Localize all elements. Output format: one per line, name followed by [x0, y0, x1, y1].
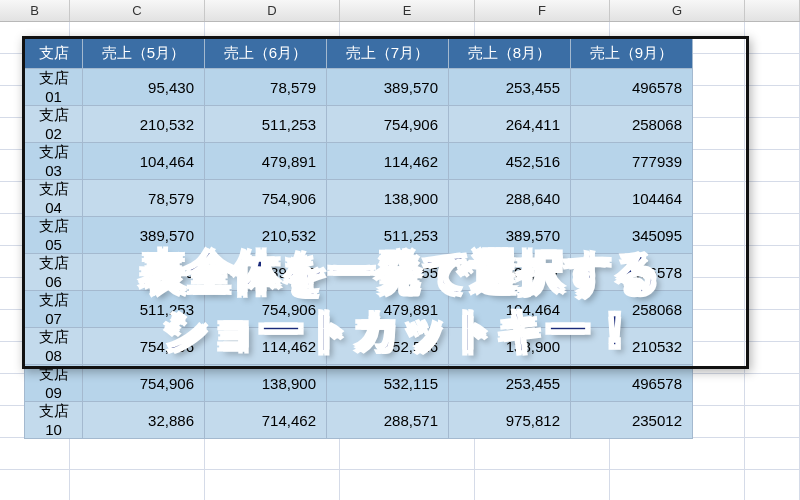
value-cell[interactable]: 511,253 [327, 217, 449, 254]
header-aug[interactable]: 売上（8月） [449, 39, 571, 69]
value-cell[interactable]: 389,570 [449, 217, 571, 254]
value-cell[interactable]: 210532 [571, 328, 693, 365]
col-header-next[interactable] [745, 0, 800, 21]
value-cell[interactable]: 777939 [571, 143, 693, 180]
col-header-G[interactable]: G [610, 0, 745, 21]
col-header-F[interactable]: F [475, 0, 610, 21]
table-row: 支店0195,43078,579389,570253,455496578 [25, 69, 693, 106]
value-cell[interactable]: 496578 [571, 254, 693, 291]
value-cell[interactable]: 288,640 [449, 180, 571, 217]
value-cell[interactable]: 479,891 [205, 143, 327, 180]
value-cell[interactable]: 138,900 [449, 328, 571, 365]
table-row: 支店0678,579389,570253,455609,557496578 [25, 254, 693, 291]
value-cell[interactable]: 496578 [571, 69, 693, 106]
value-cell[interactable]: 138,900 [205, 365, 327, 402]
header-may[interactable]: 売上（5月） [83, 39, 205, 69]
value-cell[interactable]: 78,579 [83, 254, 205, 291]
data-table-region[interactable]: 支店 売上（5月） 売上（6月） 売上（7月） 売上（8月） 売上（9月） 支店… [24, 38, 693, 439]
table-row: 支店03104,464479,891114,462452,516777939 [25, 143, 693, 180]
branch-name-cell[interactable]: 支店09 [25, 365, 83, 402]
table-row: 支店07511,253754,906479,891104,464258068 [25, 291, 693, 328]
table-row: 支店09754,906138,900532,115253,455496578 [25, 365, 693, 402]
value-cell[interactable]: 210,532 [205, 217, 327, 254]
value-cell[interactable]: 235012 [571, 402, 693, 439]
value-cell[interactable]: 258068 [571, 291, 693, 328]
value-cell[interactable]: 389,570 [205, 254, 327, 291]
value-cell[interactable]: 138,900 [327, 180, 449, 217]
value-cell[interactable]: 264,411 [449, 106, 571, 143]
spreadsheet-area: B C D E F G 支店 売上（5月） 売上（6月） [0, 0, 800, 22]
value-cell[interactable]: 511,253 [205, 106, 327, 143]
branch-name-cell[interactable]: 支店03 [25, 143, 83, 180]
branch-name-cell[interactable]: 支店07 [25, 291, 83, 328]
col-header-D[interactable]: D [205, 0, 340, 21]
value-cell[interactable]: 754,906 [205, 291, 327, 328]
branch-name-cell[interactable]: 支店06 [25, 254, 83, 291]
value-cell[interactable]: 754,906 [83, 328, 205, 365]
table-row: 支店08754,906114,462452,516138,900210532 [25, 328, 693, 365]
value-cell[interactable]: 754,906 [205, 180, 327, 217]
value-cell[interactable]: 95,430 [83, 69, 205, 106]
column-header-row: B C D E F G [0, 0, 800, 22]
value-cell[interactable]: 389,570 [83, 217, 205, 254]
col-header-C[interactable]: C [70, 0, 205, 21]
value-cell[interactable]: 78,579 [205, 69, 327, 106]
value-cell[interactable]: 496578 [571, 365, 693, 402]
value-cell[interactable]: 253,455 [449, 69, 571, 106]
col-header-E[interactable]: E [340, 0, 475, 21]
data-table[interactable]: 支店 売上（5月） 売上（6月） 売上（7月） 売上（8月） 売上（9月） 支店… [24, 38, 693, 439]
table-row: 支店02210,532511,253754,906264,411258068 [25, 106, 693, 143]
value-cell[interactable]: 114,462 [205, 328, 327, 365]
table-row: 支店0478,579754,906138,900288,640104464 [25, 180, 693, 217]
value-cell[interactable]: 258068 [571, 106, 693, 143]
value-cell[interactable]: 253,455 [449, 365, 571, 402]
value-cell[interactable]: 754,906 [83, 365, 205, 402]
value-cell[interactable]: 532,115 [327, 365, 449, 402]
value-cell[interactable]: 975,812 [449, 402, 571, 439]
table-row: 支店05389,570210,532511,253389,570345095 [25, 217, 693, 254]
value-cell[interactable]: 32,886 [83, 402, 205, 439]
branch-name-cell[interactable]: 支店01 [25, 69, 83, 106]
table-body: 支店0195,43078,579389,570253,455496578支店02… [25, 69, 693, 439]
value-cell[interactable]: 452,516 [327, 328, 449, 365]
header-branch[interactable]: 支店 [25, 39, 83, 69]
col-header-B[interactable]: B [0, 0, 70, 21]
value-cell[interactable]: 104,464 [449, 291, 571, 328]
branch-name-cell[interactable]: 支店10 [25, 402, 83, 439]
value-cell[interactable]: 104464 [571, 180, 693, 217]
value-cell[interactable]: 479,891 [327, 291, 449, 328]
value-cell[interactable]: 114,462 [327, 143, 449, 180]
value-cell[interactable]: 714,462 [205, 402, 327, 439]
value-cell[interactable]: 78,579 [83, 180, 205, 217]
value-cell[interactable]: 452,516 [449, 143, 571, 180]
header-sep[interactable]: 売上（9月） [571, 39, 693, 69]
table-header-row: 支店 売上（5月） 売上（6月） 売上（7月） 売上（8月） 売上（9月） [25, 39, 693, 69]
table-row: 支店1032,886714,462288,571975,812235012 [25, 402, 693, 439]
branch-name-cell[interactable]: 支店05 [25, 217, 83, 254]
value-cell[interactable]: 389,570 [327, 69, 449, 106]
value-cell[interactable]: 754,906 [327, 106, 449, 143]
branch-name-cell[interactable]: 支店04 [25, 180, 83, 217]
value-cell[interactable]: 210,532 [83, 106, 205, 143]
value-cell[interactable]: 104,464 [83, 143, 205, 180]
branch-name-cell[interactable]: 支店08 [25, 328, 83, 365]
branch-name-cell[interactable]: 支店02 [25, 106, 83, 143]
header-jul[interactable]: 売上（7月） [327, 39, 449, 69]
header-jun[interactable]: 売上（6月） [205, 39, 327, 69]
value-cell[interactable]: 288,571 [327, 402, 449, 439]
value-cell[interactable]: 609,557 [449, 254, 571, 291]
value-cell[interactable]: 253,455 [327, 254, 449, 291]
value-cell[interactable]: 511,253 [83, 291, 205, 328]
value-cell[interactable]: 345095 [571, 217, 693, 254]
